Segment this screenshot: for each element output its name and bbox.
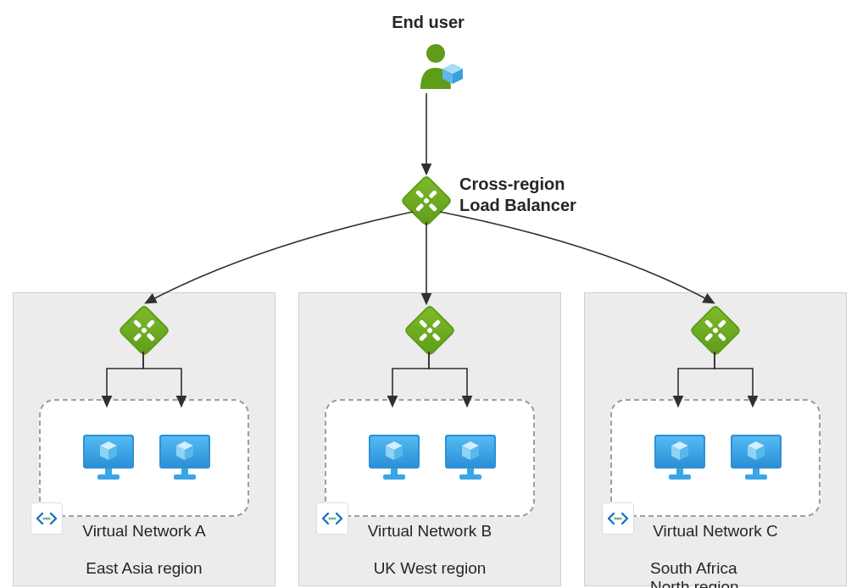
svg-marker-4: [100, 441, 117, 450]
svg-marker-6: [108, 446, 117, 460]
vm-icon: [369, 435, 420, 480]
region-a-lb-icon: [125, 312, 163, 349]
svg-point-10: [42, 517, 45, 519]
vnet-icon: [31, 502, 63, 535]
vnet-icon: [316, 502, 348, 535]
cross-region-lb-icon: [408, 182, 445, 219]
svg-marker-26: [748, 446, 756, 460]
cross-region-lb-label-1: Cross-region: [459, 174, 565, 195]
svg-marker-23: [671, 446, 680, 460]
svg-marker-15: [394, 446, 403, 460]
region-b-vnet-label: Virtual Network B: [368, 522, 492, 541]
svg-marker-24: [680, 446, 688, 460]
region-c-lb-icon: [697, 312, 734, 349]
vm-icon: [159, 435, 210, 480]
region-card-c: Virtual Network C South Africa North reg…: [584, 292, 847, 586]
svg-point-19: [328, 517, 331, 519]
vnet-icon: [602, 502, 634, 535]
svg-marker-8: [176, 446, 185, 460]
svg-point-20: [331, 517, 333, 519]
region-c-region-label: South Africa North region: [650, 559, 781, 588]
region-c-vnet-box: [610, 399, 821, 517]
region-b-vnet-box: [325, 399, 535, 517]
region-a-region-label: East Asia region: [86, 559, 202, 578]
region-a-vnet-label: Virtual Network A: [82, 522, 205, 541]
svg-point-21: [333, 517, 336, 519]
svg-point-0: [426, 44, 445, 63]
vm-icon: [654, 435, 705, 480]
svg-point-28: [614, 517, 616, 519]
svg-marker-27: [756, 446, 765, 460]
vm-icon: [83, 435, 134, 480]
region-card-b: Virtual Network B UK West region: [298, 292, 561, 586]
region-a-vnet-box: [39, 399, 249, 517]
svg-marker-14: [386, 446, 394, 460]
svg-marker-5: [100, 446, 108, 460]
svg-marker-13: [386, 441, 403, 450]
cross-region-lb-label-2: Load Balancer: [459, 195, 576, 216]
svg-point-11: [45, 517, 47, 519]
svg-point-29: [616, 517, 619, 519]
diagram-canvas: End user Cross-region Load Balancer: [0, 0, 868, 588]
vm-icon: [731, 435, 782, 480]
svg-marker-25: [748, 441, 765, 450]
vm-icon: [445, 435, 496, 480]
region-card-a: Virtual Network A East Asia region: [13, 292, 275, 586]
end-user-label: End user: [392, 12, 465, 33]
svg-marker-22: [671, 441, 688, 450]
svg-marker-17: [462, 446, 470, 460]
region-b-region-label: UK West region: [374, 559, 487, 578]
svg-point-30: [619, 517, 621, 519]
region-b-lb-icon: [411, 312, 448, 349]
svg-point-12: [47, 517, 50, 519]
svg-marker-16: [462, 441, 479, 450]
user-icon: [417, 42, 468, 89]
region-c-vnet-label: Virtual Network C: [653, 522, 777, 541]
svg-marker-7: [176, 441, 193, 450]
svg-marker-9: [185, 446, 193, 460]
svg-marker-18: [470, 446, 479, 460]
